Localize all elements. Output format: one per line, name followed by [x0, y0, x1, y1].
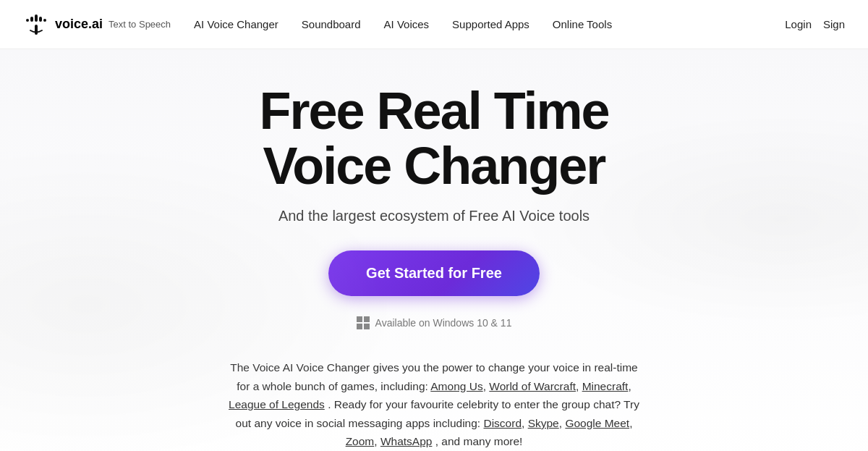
nav-soundboard[interactable]: Soundboard	[302, 18, 361, 30]
svg-rect-0	[35, 14, 38, 22]
svg-rect-2	[39, 17, 42, 22]
nav-online-tools[interactable]: Online Tools	[553, 18, 612, 30]
logo-link[interactable]: voice.ai	[23, 12, 103, 38]
body-link-whatsapp[interactable]: WhatsApp	[380, 435, 433, 447]
svg-rect-5	[35, 25, 38, 35]
nav-supported-apps[interactable]: Supported Apps	[452, 18, 529, 30]
logo-icon	[23, 12, 49, 38]
body-link-minecraft[interactable]: Minecraft	[582, 380, 629, 392]
body-link-zoom[interactable]: Zoom	[346, 435, 375, 447]
hero-subtitle: And the largest ecosystem of Free AI Voi…	[14, 208, 854, 224]
svg-rect-4	[43, 19, 46, 22]
windows-icon	[357, 316, 370, 329]
body-link-google-meet[interactable]: Google Meet	[565, 417, 629, 429]
navbar: voice.ai Text to Speech AI Voice Changer…	[0, 0, 868, 49]
hero-title: Free Real Time Voice Changer	[14, 84, 854, 193]
body-link-lol[interactable]: League of Legends	[229, 398, 325, 410]
svg-rect-1	[30, 17, 33, 22]
body-link-among-us[interactable]: Among Us	[430, 380, 482, 392]
hero-section: Free Real Time Voice Changer And the lar…	[0, 49, 868, 451]
body-end: , and many more!	[435, 435, 523, 447]
windows-label: Available on Windows 10 & 11	[375, 317, 512, 329]
body-link-skype[interactable]: Skype	[528, 417, 559, 429]
signup-button[interactable]: Sign	[823, 18, 845, 30]
nav-ai-voices[interactable]: AI Voices	[384, 18, 430, 30]
nav-actions: Login Sign	[785, 18, 845, 30]
login-button[interactable]: Login	[785, 18, 812, 30]
hero-body: The Voice AI Voice Changer gives you the…	[217, 358, 651, 451]
body-link-wow[interactable]: World of Warcraft	[489, 380, 576, 392]
nav-ai-voice-changer[interactable]: AI Voice Changer	[194, 18, 278, 30]
body-link-discord[interactable]: Discord	[483, 417, 522, 429]
nav-text-to-speech: Text to Speech	[109, 19, 171, 30]
logo-text: voice.ai	[55, 17, 103, 32]
windows-badge: Available on Windows 10 & 11	[14, 316, 854, 329]
cta-button[interactable]: Get Started for Free	[328, 250, 540, 296]
cta-container: Get Started for Free	[14, 250, 854, 306]
nav-links: AI Voice Changer Soundboard AI Voices Su…	[194, 18, 785, 30]
svg-rect-3	[26, 19, 29, 22]
